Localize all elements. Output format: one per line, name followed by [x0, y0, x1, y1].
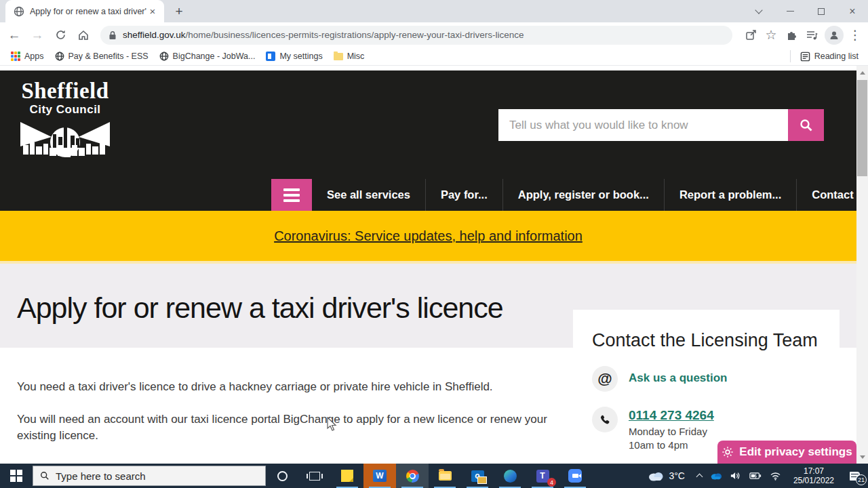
globe-icon — [159, 52, 169, 61]
bookmark-label: Pay & Benefits - ESS — [68, 52, 149, 61]
taskbar-clock[interactable]: 17:07 25/01/2022 — [793, 466, 834, 485]
taskbar-outlook[interactable]: o — [461, 464, 494, 488]
apps-grid-icon — [11, 52, 20, 61]
bookmark-apps[interactable]: Apps — [11, 52, 44, 61]
search-icon — [40, 471, 50, 481]
weather-cloud-icon — [648, 470, 664, 481]
share-icon[interactable] — [742, 26, 760, 44]
task-view-button[interactable] — [298, 464, 331, 488]
bookmark-label: My settings — [279, 52, 322, 61]
edit-privacy-settings-label: Edit privacy settings — [739, 445, 852, 459]
profile-avatar[interactable] — [825, 26, 844, 45]
battery-icon[interactable] — [749, 472, 762, 480]
menu-hamburger-button[interactable] — [271, 179, 312, 211]
site-search — [498, 109, 824, 141]
nav-pay-for[interactable]: Pay for... — [425, 179, 502, 211]
taskbar-search[interactable]: Type here to search — [33, 466, 266, 486]
taskbar-chrome[interactable] — [396, 464, 429, 488]
taskbar-edge[interactable] — [494, 464, 526, 488]
ask-question-link[interactable]: Ask us a question — [629, 371, 727, 384]
minimize-button[interactable] — [774, 0, 806, 22]
mouse-cursor — [327, 417, 338, 432]
edge-icon — [504, 470, 517, 483]
cortana-button[interactable] — [266, 464, 298, 488]
media-queue-icon[interactable] — [803, 26, 821, 44]
url-host: sheffield.gov.uk — [123, 30, 186, 40]
reading-list-button[interactable]: Reading list — [790, 50, 859, 62]
sheffield-skyline-icon — [20, 119, 110, 159]
blue-app-icon — [266, 52, 275, 61]
taskbar-weather[interactable]: 3°C — [648, 470, 685, 481]
browser-menu-icon[interactable]: ⋮ — [846, 26, 864, 44]
site-header: Sheffield City Council — [0, 70, 856, 211]
scroll-up-icon[interactable] — [856, 67, 868, 78]
sheffield-logo[interactable]: Sheffield City Council — [20, 80, 110, 161]
start-button[interactable] — [0, 464, 33, 488]
maximize-button[interactable] — [806, 0, 837, 22]
site-search-button[interactable] — [788, 109, 824, 141]
taskbar-file-explorer[interactable] — [429, 464, 461, 488]
scrollbar-thumb[interactable] — [857, 80, 867, 176]
word-icon: W — [373, 470, 387, 482]
browser-tab[interactable]: Apply for or renew a taxi driver's × — [5, 0, 164, 22]
reading-list-icon — [800, 52, 810, 62]
globe-icon — [55, 52, 64, 61]
screen: Apply for or renew a taxi driver's × + ×… — [0, 0, 868, 488]
edit-privacy-settings-button[interactable]: Edit privacy settings — [717, 441, 856, 464]
contact-heading: Contact the Licensing Team — [592, 330, 826, 351]
bookmark-misc-folder[interactable]: Misc — [334, 52, 365, 61]
time: 17:07 — [793, 466, 834, 476]
url-path: /home/business/licences-permits-registra… — [186, 30, 524, 40]
coronavirus-banner-link[interactable]: Coronavirus: Service updates, help and i… — [274, 228, 583, 244]
nav-report-a-problem[interactable]: Report a problem... — [664, 179, 796, 211]
action-center-button[interactable]: 21 — [841, 464, 868, 488]
home-icon[interactable] — [75, 26, 92, 44]
address-bar[interactable]: sheffield.gov.uk/home/business/licences-… — [100, 26, 732, 45]
back-icon[interactable]: ← — [5, 26, 23, 44]
cortana-icon — [277, 471, 288, 481]
contact-ask-row: @ Ask us a question — [592, 366, 826, 392]
volume-icon[interactable] — [730, 471, 741, 481]
nav-apply-register-book[interactable]: Apply, register or book... — [502, 179, 664, 211]
coronavirus-banner: Coronavirus: Service updates, help and i… — [0, 211, 856, 264]
webpage: Sheffield City Council — [0, 66, 856, 464]
windows-logo-icon — [10, 470, 22, 482]
bookmark-my-settings[interactable]: My settings — [266, 52, 322, 61]
bookmark-bigchange[interactable]: BigChange - JobWa... — [159, 52, 256, 61]
forward-icon[interactable]: → — [28, 26, 46, 44]
notification-count-badge: 21 — [856, 474, 867, 485]
tab-search-chevron-icon[interactable] — [743, 0, 774, 22]
onedrive-icon[interactable] — [710, 472, 722, 480]
teams-notification-badge: 4 — [547, 478, 556, 487]
bookmarks-bar: Apps Pay & Benefits - ESS BigChange - Jo… — [0, 47, 868, 66]
reload-icon[interactable] — [52, 26, 69, 44]
gear-icon — [722, 446, 734, 458]
close-tab-icon[interactable]: × — [146, 5, 159, 18]
wifi-icon[interactable] — [770, 472, 781, 481]
taskbar-teams[interactable]: T 4 — [526, 464, 559, 488]
sticky-notes-icon — [341, 470, 353, 482]
page-scrollbar[interactable] — [856, 66, 868, 464]
tab-title: Apply for or renew a taxi driver's — [30, 7, 146, 16]
tray-expand-icon[interactable] — [696, 474, 703, 481]
taskbar-word[interactable]: W — [363, 464, 396, 488]
site-search-input[interactable] — [498, 109, 788, 141]
extensions-puzzle-icon[interactable] — [783, 26, 800, 44]
at-glyph: @ — [597, 370, 612, 388]
page-title: Apply for or renew a taxi driver's licen… — [17, 291, 503, 325]
taskbar-sticky-notes[interactable] — [331, 464, 363, 488]
bookmark-pay-benefits[interactable]: Pay & Benefits - ESS — [55, 52, 149, 61]
nav-contact-us[interactable]: Contact us... — [796, 179, 856, 211]
taskbar-zoom[interactable] — [559, 464, 591, 488]
close-window-button[interactable]: × — [837, 0, 868, 22]
browser-tab-strip: Apply for or renew a taxi driver's × + × — [0, 0, 868, 22]
windows-taskbar: Type here to search W o T 4 3°C — [0, 464, 868, 488]
bookmark-label: Apps — [24, 52, 44, 61]
new-tab-button[interactable]: + — [170, 2, 189, 21]
scroll-down-icon[interactable] — [856, 451, 868, 462]
bookmark-star-icon[interactable]: ☆ — [762, 26, 780, 44]
nav-see-all-services[interactable]: See all services — [312, 179, 425, 211]
window-controls: × — [743, 0, 868, 22]
paragraph: You will need an account with our taxi l… — [17, 411, 559, 444]
phone-link[interactable]: 0114 273 4264 — [629, 408, 714, 422]
